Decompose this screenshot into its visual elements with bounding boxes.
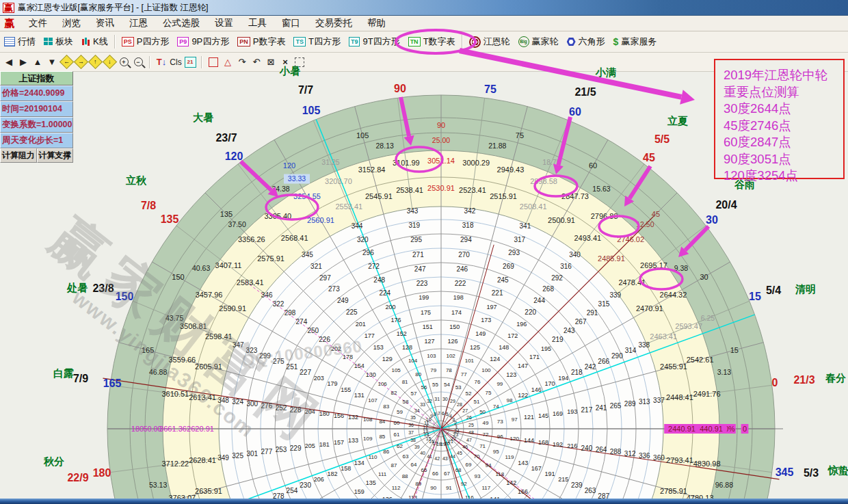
svg-text:8: 8 [434,412,436,416]
svg-text:82: 82 [391,390,397,396]
svg-text:321: 321 [310,263,322,270]
svg-text:240: 240 [581,445,593,452]
wheel-outer-label-5/4: 5/4 [766,284,781,296]
wheel-outer-label-75: 75 [484,83,496,95]
svg-text:73: 73 [497,419,503,425]
wheel-outer-label-135: 135 [161,213,179,225]
svg-text:6: 6 [442,411,445,416]
svg-text:63: 63 [403,453,409,460]
svg-text:2542.61: 2542.61 [687,356,714,364]
svg-text:248: 248 [373,276,385,284]
svg-text:84: 84 [379,419,385,425]
svg-text:60: 60 [589,161,597,170]
svg-text:198: 198 [453,294,464,301]
svg-text:81: 81 [402,379,408,385]
window-bottom-border [0,499,848,504]
svg-text:126: 126 [447,338,458,345]
svg-text:120: 120 [510,436,520,442]
svg-text:55: 55 [432,382,438,388]
svg-text:24: 24 [454,429,460,434]
wheel-outer-label-7/9: 7/9 [73,373,88,384]
svg-text:167: 167 [531,465,542,472]
svg-text:31.25: 31.25 [321,158,339,166]
svg-text:292: 292 [551,274,563,282]
wheel-outer-label-22/9: 22/9 [67,472,88,483]
info-row-1: 时间=20190104 [0,101,73,117]
svg-text:200: 200 [385,304,395,310]
svg-text:227: 227 [300,369,311,376]
svg-text:2593.47: 2593.47 [675,322,702,330]
svg-text:313: 313 [639,398,650,406]
svg-text:7: 7 [438,411,440,416]
button-计算阻力[interactable]: 计算阻力 [0,148,37,163]
svg-text:224: 224 [379,289,390,297]
svg-text:77: 77 [461,371,467,377]
svg-text:53.13: 53.13 [149,481,167,489]
button-计算支撑[interactable]: 计算支撑 [37,148,74,163]
svg-text:318: 318 [462,222,474,229]
svg-text:2644.32: 2644.32 [660,291,687,299]
svg-text:166: 166 [518,488,528,495]
svg-text:337: 337 [653,397,665,404]
wheel-outer-label-90: 90 [394,83,406,94]
svg-text:129: 129 [382,356,393,362]
svg-text:27: 27 [462,408,468,413]
svg-text:159: 159 [354,488,365,495]
svg-text:52: 52 [465,390,471,397]
svg-text:254: 254 [287,487,298,494]
svg-text:179: 179 [327,380,337,387]
svg-text:215: 215 [558,476,568,483]
svg-text:223: 223 [416,280,428,287]
svg-text:314: 314 [625,347,637,354]
svg-text:2560.91: 2560.91 [307,216,334,224]
svg-text:192: 192 [553,441,563,448]
svg-text:33.33: 33.33 [288,174,306,183]
svg-text:268: 268 [542,285,554,293]
svg-text:296: 296 [362,249,374,256]
svg-text:347: 347 [233,341,244,349]
svg-text:342: 342 [464,207,476,215]
svg-text:29: 29 [450,399,455,403]
svg-text:289: 289 [624,400,636,408]
svg-text:143: 143 [518,460,528,466]
svg-text:121: 121 [524,414,534,421]
wheel-outer-label-21/5: 21/5 [574,86,596,98]
svg-text:2440.91: 2440.91 [668,425,695,433]
svg-text:294: 294 [460,236,472,243]
svg-text:247: 247 [414,265,426,273]
note-line: 120度3254点 [724,168,843,185]
wheel-outer-label-0: 0 [772,377,778,388]
svg-text:25: 25 [468,423,474,427]
svg-text:48: 48 [468,430,474,435]
svg-text:117: 117 [481,485,490,491]
wheel-outer-label-惊蛰: 惊蛰 [827,464,848,476]
svg-text:2695.17: 2695.17 [640,261,667,269]
svg-text:2508.41: 2508.41 [520,202,547,211]
svg-text:172: 172 [507,332,518,339]
svg-text:2847.73: 2847.73 [561,192,589,200]
svg-text:244: 244 [533,297,545,304]
svg-text:3051.14: 3051.14 [427,157,455,165]
wheel-outer-label-30: 30 [706,214,718,226]
svg-text:2793.41: 2793.41 [666,456,693,464]
info-row-0: 价格=2440.9099 [0,85,73,101]
svg-text:57: 57 [411,390,417,397]
svg-text:118: 118 [495,471,504,477]
svg-text:346: 346 [261,291,273,299]
svg-text:298: 298 [284,309,296,317]
svg-text:75: 75 [516,131,524,140]
svg-text:201: 201 [356,321,366,328]
svg-text:75: 75 [485,390,491,396]
svg-text:28.13: 28.13 [376,142,394,150]
svg-text:323: 323 [246,347,258,354]
svg-text:25.00: 25.00 [432,136,450,144]
svg-text:33: 33 [420,402,425,407]
wheel-outer-label-处暑: 处暑 [66,282,88,293]
svg-text:336: 336 [639,452,650,460]
svg-text:30: 30 [700,273,708,281]
svg-text:2470.91: 2470.91 [636,304,663,313]
svg-text:3000.29: 3000.29 [462,159,490,167]
svg-text:206: 206 [314,476,324,483]
svg-text:56: 56 [421,384,427,390]
svg-text:120: 120 [283,161,295,170]
